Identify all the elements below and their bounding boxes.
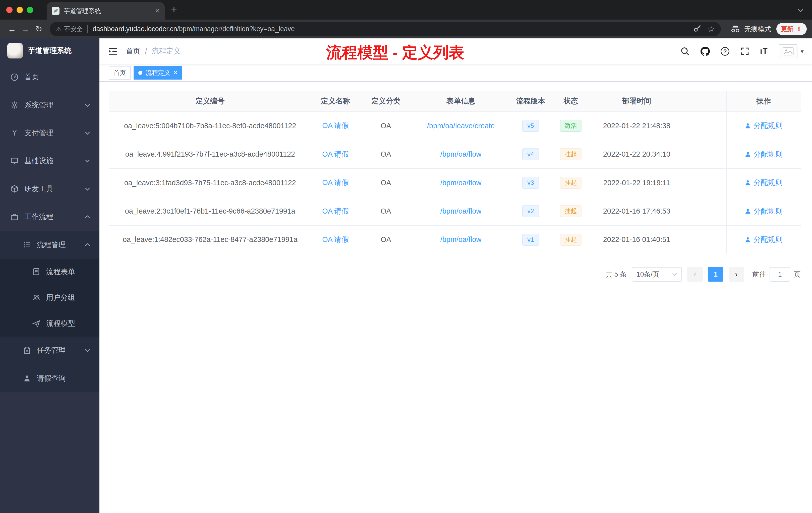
assign-rule-button[interactable]: 分配规则 (745, 149, 783, 159)
sidebar-logo[interactable]: 芋道管理系统 (0, 38, 99, 63)
form-link[interactable]: /bpm/oa/flow (440, 179, 482, 187)
fullscreen-icon[interactable] (741, 47, 749, 56)
reload-icon[interactable]: ↻ (32, 24, 46, 34)
back-icon[interactable]: ← (5, 24, 19, 34)
sidebar-item-label: 系统管理 (24, 100, 53, 110)
security-chip[interactable]: 不安全 (64, 25, 83, 33)
tab-favicon-icon (52, 7, 59, 15)
sidebar-item-workflow[interactable]: 工作流程 (0, 203, 99, 231)
sidebar-item-user-group[interactable]: 用户分组 (0, 284, 99, 310)
form-link[interactable]: /bpm/oa/flow (440, 207, 482, 215)
definition-name-link[interactable]: OA 请假 (322, 206, 349, 216)
sidebar-item-label: 基础设施 (24, 156, 53, 166)
sidebar-item-process-form[interactable]: 流程表单 (0, 259, 99, 284)
chevron-down-icon (85, 349, 90, 352)
update-button[interactable]: 更新 ⋮ (776, 23, 807, 35)
form-link[interactable]: /bpm/oa/flow (440, 150, 482, 158)
sidebar: 芋道管理系统 首页 系统管理 ¥ 支付管理 (0, 38, 99, 513)
version-badge: v4 (522, 148, 539, 160)
sidebar-item-process-management[interactable]: 流程管理 (0, 231, 99, 259)
next-page-button[interactable]: › (729, 267, 744, 281)
users-icon (32, 293, 40, 302)
user-icon (745, 151, 751, 157)
new-tab-button[interactable]: + (165, 4, 183, 16)
definition-name-link[interactable]: OA 请假 (322, 235, 349, 245)
close-window-button[interactable] (6, 7, 12, 13)
incognito-chip[interactable]: 无痕模式 (730, 25, 771, 34)
user-icon (745, 208, 751, 214)
sidebar-item-label: 工作流程 (24, 212, 53, 222)
sidebar-item-leave-query[interactable]: 请假查询 (0, 364, 99, 392)
hamburger-icon[interactable] (108, 47, 118, 56)
user-icon (23, 374, 31, 383)
breadcrumb: 首页 / 流程定义 (126, 46, 180, 56)
tag-close-icon[interactable]: × (174, 69, 177, 76)
sidebar-item-home[interactable]: 首页 (0, 63, 99, 91)
definition-name-link[interactable]: OA 请假 (322, 121, 349, 131)
version-badge: v5 (522, 120, 539, 132)
breadcrumb-home[interactable]: 首页 (126, 46, 140, 56)
window-controls (0, 0, 40, 20)
sidebar-item-process-model[interactable]: 流程模型 (0, 311, 99, 337)
sidebar-item-system[interactable]: 系统管理 (0, 91, 99, 119)
assign-rule-button[interactable]: 分配规则 (745, 206, 783, 216)
status-badge: 挂起 (560, 205, 582, 217)
spacer-cell (683, 225, 726, 253)
sidebar-item-task-management[interactable]: 任务管理 (0, 337, 99, 364)
tag-home[interactable]: 首页 (109, 66, 130, 80)
col-actions: 操作 (726, 91, 801, 112)
forward-icon[interactable]: → (19, 24, 32, 34)
definition-name-link[interactable]: OA 请假 (322, 149, 349, 159)
password-key-icon[interactable] (693, 24, 701, 34)
col-form-info: 表单信息 (412, 91, 510, 112)
sidebar-item-label: 流程表单 (46, 267, 75, 277)
cell-deploy-time: 2022-01-22 20:34:10 (590, 140, 683, 168)
overflow-menu-icon[interactable]: ⋮ (796, 25, 802, 33)
tab-close-icon[interactable]: × (155, 7, 160, 15)
cell-definition-id: oa_leave:1:482ec033-762a-11ec-8477-a2380… (109, 225, 311, 253)
goto-page-input[interactable]: 1 (770, 267, 790, 281)
status-badge: 挂起 (560, 234, 582, 246)
security-warning-icon: ⚠ (56, 25, 61, 33)
app-title: 芋道管理系统 (28, 46, 71, 56)
browser-tab[interactable]: 芋道管理系统 × (47, 2, 165, 20)
user-icon (745, 123, 751, 129)
font-size-icon[interactable]: ıT (760, 47, 768, 56)
url-bar[interactable]: ⚠ 不安全 dashboard.yudao.iocoder.cn /bpm/ma… (50, 22, 721, 36)
status-badge: 挂起 (560, 177, 582, 189)
help-icon[interactable]: ? (721, 47, 729, 56)
col-status: 状态 (551, 91, 590, 112)
zoom-window-button[interactable] (27, 7, 33, 13)
tags-view-bar: 首页 流程定义 × (99, 64, 812, 82)
spacer-cell (683, 91, 726, 112)
tag-process-definition[interactable]: 流程定义 × (134, 66, 182, 80)
user-menu[interactable]: ▾ (779, 44, 804, 58)
goto-label: 前往 (753, 270, 766, 279)
page-1-button[interactable]: 1 (708, 267, 723, 281)
spacer-cell (683, 197, 726, 225)
assign-rule-button[interactable]: 分配规则 (745, 178, 783, 188)
yen-icon: ¥ (10, 129, 19, 137)
page-size-select[interactable]: 10条/页 (632, 267, 682, 281)
github-icon[interactable] (700, 47, 710, 56)
cube-icon (10, 185, 19, 193)
monitor-icon (10, 157, 19, 165)
definition-name-link[interactable]: OA 请假 (322, 178, 349, 188)
sidebar-item-payment[interactable]: ¥ 支付管理 (0, 119, 99, 147)
assign-rule-button[interactable]: 分配规则 (745, 121, 783, 131)
bookmark-star-icon[interactable]: ☆ (708, 24, 715, 34)
col-definition-name: 定义名称 (311, 91, 360, 112)
tab-search-chevron-icon[interactable] (789, 5, 812, 14)
version-badge: v1 (522, 234, 539, 246)
url-host: dashboard.yudao.iocoder.cn (93, 25, 177, 33)
sidebar-item-devtools[interactable]: 研发工具 (0, 175, 99, 203)
tab-title: 芋道管理系统 (64, 7, 151, 15)
minimize-window-button[interactable] (17, 7, 23, 13)
search-icon[interactable] (681, 47, 690, 56)
user-icon (745, 180, 751, 186)
prev-page-button[interactable]: ‹ (687, 267, 703, 281)
form-link[interactable]: /bpm/oa/flow (440, 235, 482, 244)
sidebar-item-infrastructure[interactable]: 基础设施 (0, 147, 99, 175)
assign-rule-button[interactable]: 分配规则 (745, 235, 783, 245)
form-link[interactable]: /bpm/oa/leave/create (427, 122, 495, 130)
